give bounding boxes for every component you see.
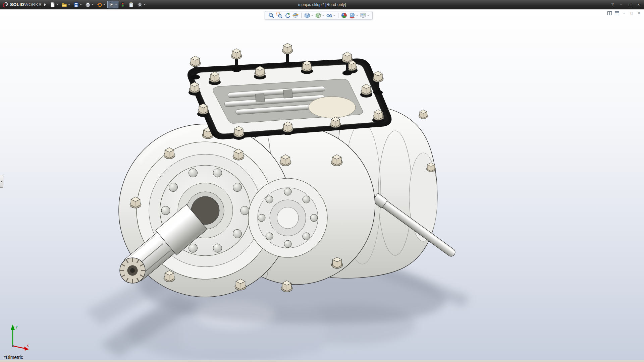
brand-solid: SOLID xyxy=(10,2,24,7)
hide-show-glasses-icon xyxy=(326,12,332,18)
file-properties-button[interactable] xyxy=(127,1,135,8)
zoom-to-fit-button[interactable] xyxy=(268,12,275,19)
hide-show-items-button[interactable] xyxy=(326,12,336,19)
menu-expand-arrow[interactable] xyxy=(44,3,46,6)
print-icon xyxy=(85,2,91,7)
previous-view-button[interactable] xyxy=(284,12,291,19)
child-minimize-button[interactable]: − xyxy=(621,11,627,16)
child-close-button[interactable]: × xyxy=(636,11,642,16)
zoom-to-area-button[interactable] xyxy=(276,12,283,19)
dropdown-caret[interactable] xyxy=(322,15,324,16)
zoom-to-fit-icon xyxy=(268,12,274,18)
view-orientation-cube-icon xyxy=(304,12,310,18)
pane-icon xyxy=(615,11,619,15)
child-window-controls: − □ × xyxy=(606,11,642,16)
solidworks-logo: SOLIDWORKS xyxy=(2,2,42,8)
section-view-icon xyxy=(292,12,299,18)
triad-origin xyxy=(12,345,14,347)
dropdown-caret[interactable] xyxy=(333,15,335,16)
child-pane-button-2[interactable] xyxy=(614,11,620,16)
brand-works: WORKS xyxy=(24,2,42,7)
dassault-logo-icon xyxy=(2,2,9,8)
maximize-button[interactable]: □ xyxy=(627,2,633,8)
document-title: menjac sklop * [Read-only] xyxy=(298,2,346,7)
view-settings-button[interactable] xyxy=(360,12,370,19)
select-button[interactable] xyxy=(107,1,118,8)
apply-scene-button[interactable] xyxy=(348,12,359,19)
save-icon xyxy=(73,2,79,7)
triad-y-label: y xyxy=(16,324,18,328)
save-button[interactable] xyxy=(72,1,83,8)
rear-bolt xyxy=(419,110,428,119)
child-pane-button-1[interactable] xyxy=(606,11,612,16)
open-document-icon xyxy=(62,2,67,7)
display-style-button[interactable] xyxy=(315,12,325,19)
status-bar-strip xyxy=(0,360,644,362)
display-style-icon xyxy=(315,12,321,18)
undo-button[interactable] xyxy=(96,1,107,8)
dropdown-caret[interactable] xyxy=(144,4,146,5)
secondary-flange xyxy=(248,178,327,257)
brand-text: SOLIDWORKS xyxy=(10,2,42,7)
new-document-button[interactable] xyxy=(49,1,60,8)
undo-icon xyxy=(97,2,102,7)
open-document-button[interactable] xyxy=(60,1,71,8)
headsup-view-toolbar xyxy=(265,11,373,20)
window-controls: ? − □ × xyxy=(609,2,642,8)
dropdown-caret[interactable] xyxy=(103,4,105,5)
shift-dome xyxy=(309,97,356,118)
dropdown-caret[interactable] xyxy=(311,15,313,16)
view-settings-icon xyxy=(360,12,366,18)
solidworks-window: SOLIDWORKS xyxy=(0,0,644,362)
dropdown-caret[interactable] xyxy=(115,4,117,5)
gearbox-3d-model xyxy=(0,9,644,362)
pane-icon xyxy=(607,11,612,15)
view-orientation-button[interactable] xyxy=(304,12,314,19)
view-orientation-label: *Dimetric xyxy=(4,355,23,360)
triad-x-label: x xyxy=(27,343,29,347)
standard-toolbar xyxy=(49,1,147,8)
expand-panel-arrow-icon xyxy=(1,180,2,183)
top-cover-assembly xyxy=(189,43,390,140)
rebuild-stoplight-button[interactable] xyxy=(119,1,126,8)
print-button[interactable] xyxy=(84,1,95,8)
dropdown-caret[interactable] xyxy=(356,15,358,16)
child-restore-button[interactable]: □ xyxy=(629,11,635,16)
dropdown-caret[interactable] xyxy=(56,4,58,5)
dropdown-caret[interactable] xyxy=(80,4,82,5)
graphics-viewport[interactable]: − □ × y x *Dimetric xyxy=(0,9,644,362)
triad-y-arrow xyxy=(11,324,15,330)
edit-appearance-ball-icon xyxy=(341,12,347,18)
dropdown-caret[interactable] xyxy=(68,4,70,5)
options-button[interactable] xyxy=(136,1,147,8)
zoom-to-area-icon xyxy=(276,12,282,18)
options-gear-icon xyxy=(137,2,143,7)
toolbar-separator xyxy=(338,13,338,18)
apply-scene-ball-icon xyxy=(349,12,355,18)
toolbar-separator xyxy=(301,13,302,18)
orientation-triad: y x xyxy=(7,321,33,352)
close-button[interactable]: × xyxy=(635,2,642,8)
new-document-icon xyxy=(50,2,55,7)
edit-appearance-button[interactable] xyxy=(340,12,348,19)
select-cursor-icon xyxy=(109,2,114,7)
dropdown-caret[interactable] xyxy=(92,4,94,5)
previous-view-icon xyxy=(284,12,290,18)
feature-manager-collapsed-tab[interactable] xyxy=(0,175,3,188)
dropdown-caret[interactable] xyxy=(367,15,369,16)
rebuild-stoplight-icon xyxy=(120,2,125,7)
titlebar: SOLIDWORKS xyxy=(0,0,644,9)
minimize-button[interactable]: − xyxy=(618,2,625,8)
section-view-button[interactable] xyxy=(292,12,299,19)
file-properties-icon xyxy=(128,2,134,7)
model-reflection xyxy=(127,301,416,361)
help-button[interactable]: ? xyxy=(609,2,616,8)
